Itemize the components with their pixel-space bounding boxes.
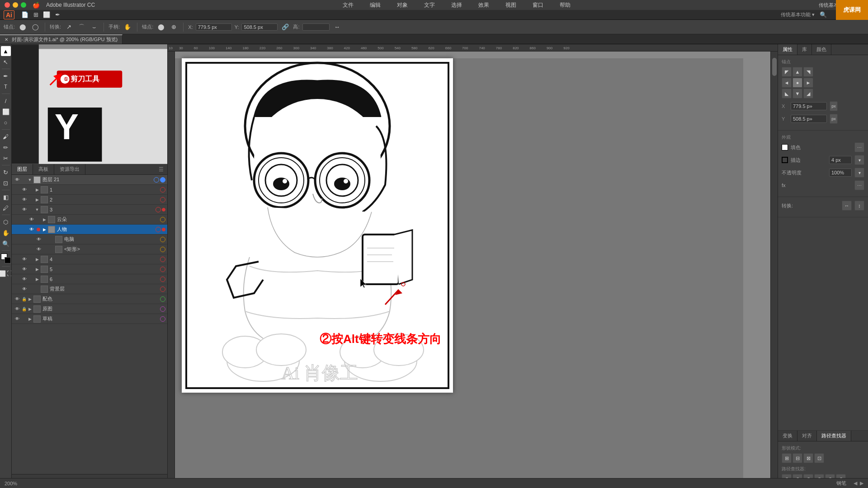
canvas-scroll-area[interactable]: Ai 肖像工 ②按Alt键转变线条方向 <box>175 52 770 478</box>
layer-lock-original[interactable]: 🔒 <box>21 307 27 311</box>
layer-expand-4[interactable]: ▶ <box>34 257 40 262</box>
tab-library[interactable]: 库 <box>797 44 812 55</box>
layer-vis-draft[interactable]: 👁 <box>14 315 21 323</box>
anchor-sub-tool-2[interactable]: ⊕ <box>169 22 179 32</box>
menu-window[interactable]: 窗口 <box>529 0 547 10</box>
tab-layers[interactable]: 图层 <box>12 164 33 174</box>
layer-expand-5[interactable]: ▶ <box>34 267 40 272</box>
zoom-tool[interactable]: 🔍 <box>1 239 11 249</box>
right-x-input[interactable] <box>791 102 827 110</box>
layer-row-4[interactable]: 👁 ▶ 4 <box>12 254 167 264</box>
pencil-tool[interactable]: ✏ <box>1 142 11 152</box>
close-tab-icon[interactable]: ✕ <box>5 37 8 42</box>
menu-view[interactable]: 视图 <box>502 0 520 10</box>
tab-properties[interactable]: 属性 <box>778 44 797 55</box>
pen-tool[interactable]: ✒ <box>1 71 11 81</box>
menu-effect[interactable]: 效果 <box>475 0 493 10</box>
gradient-tool[interactable]: ◧ <box>1 192 11 202</box>
menu-text[interactable]: 文字 <box>420 0 439 10</box>
prev-page-icon[interactable]: ◀ <box>854 480 857 486</box>
layer-lock-colors[interactable]: 🔒 <box>21 297 27 301</box>
next-page-icon[interactable]: ▶ <box>860 480 863 486</box>
anchor-mc[interactable]: ● <box>793 78 802 88</box>
search-top-icon[interactable]: 🔍 <box>818 10 828 20</box>
canvas-area[interactable]: 10 30 60 100 140 180 220 260 300 340 380… <box>168 44 778 488</box>
layer-vis-computer[interactable]: 👁 <box>35 236 42 243</box>
shape-unite[interactable]: ⊞ <box>782 453 792 463</box>
layer-vis-clouds[interactable]: 👁 <box>28 216 35 223</box>
menu-help[interactable]: 帮助 <box>556 0 574 10</box>
layer-row-original[interactable]: 👁 🔒 ▶ 原图 <box>12 304 167 314</box>
layer-row-character[interactable]: 👁 ▶ 人物 <box>12 225 167 235</box>
tab-pathfinder[interactable]: 路径查找器 <box>817 431 851 441</box>
transform-flip-h[interactable]: ↔ <box>842 201 852 211</box>
layer-expand-colors[interactable]: ▶ <box>27 296 33 302</box>
fx-options-icon[interactable]: ⋯ <box>854 180 864 190</box>
selection-tool[interactable]: ▲ <box>1 46 11 56</box>
tab-artboard[interactable]: 高板 <box>33 164 54 174</box>
layer-vis-2[interactable]: 👁 <box>21 196 28 203</box>
layer-vis-21[interactable]: 👁 <box>14 176 21 183</box>
transform-tool-3[interactable]: ⌣ <box>89 22 99 32</box>
anchor-tl[interactable]: ◤ <box>782 67 792 77</box>
grid-icon[interactable]: ⊞ <box>31 10 41 20</box>
new-doc-icon[interactable]: 📄 <box>20 10 30 20</box>
line-tool[interactable]: / <box>1 96 11 106</box>
layer-expand-2[interactable]: ▶ <box>34 197 40 202</box>
tab-transform-bottom[interactable]: 变换 <box>778 431 797 441</box>
minimize-button[interactable] <box>13 2 18 8</box>
stroke-color-swatch[interactable] <box>782 157 788 163</box>
anchor-mr[interactable]: ► <box>803 78 813 88</box>
layer-row-computer[interactable]: 👁 电脑 <box>12 235 167 244</box>
layer-row-5[interactable]: 👁 ▶ 5 <box>12 264 167 274</box>
layer-vis-original[interactable]: 👁 <box>14 305 21 313</box>
y-unit-icon[interactable]: px <box>830 114 838 124</box>
anchor-bl[interactable]: ◣ <box>782 89 792 99</box>
stroke-width-input[interactable] <box>829 156 852 164</box>
tab-asset-export[interactable]: 资源导出 <box>54 164 85 174</box>
tab-align[interactable]: 对齐 <box>797 431 817 441</box>
layer-row-1[interactable]: 👁 ▶ 1 <box>12 185 167 195</box>
layer-expand-1[interactable]: ▶ <box>34 187 40 192</box>
layer-vis-6[interactable]: 👁 <box>21 276 28 283</box>
layer-row-colors[interactable]: 👁 🔒 ▶ 配色 <box>12 294 167 304</box>
x-unit-icon[interactable]: px <box>830 101 838 111</box>
layer-expand-21[interactable]: ▼ <box>27 177 33 183</box>
menu-file[interactable]: 文件 <box>339 0 357 10</box>
close-button[interactable] <box>5 2 10 8</box>
layer-row-rect[interactable]: 👁 <矩形> <box>12 244 167 254</box>
layer-row-draft[interactable]: 👁 ▶ 草稿 <box>12 314 167 324</box>
ellipse-tool[interactable]: ○ <box>1 117 11 127</box>
anchor-tool-1[interactable]: ⬤ <box>18 22 28 32</box>
anchor-bc[interactable]: ▼ <box>793 89 802 99</box>
pen-icon[interactable]: ✒ <box>52 10 62 20</box>
layer-vis-rect[interactable]: 👁 <box>35 246 42 253</box>
layer-vis-3[interactable]: 👁 <box>21 206 28 213</box>
menu-object[interactable]: 对象 <box>393 0 411 10</box>
fullscreen-icon[interactable]: ⛶ <box>7 268 12 278</box>
menu-edit[interactable]: 编辑 <box>366 0 384 10</box>
maximize-button[interactable] <box>21 2 26 8</box>
opacity-options-icon[interactable]: ▾ <box>854 168 864 178</box>
transform-tool-1[interactable]: ↗ <box>64 22 74 32</box>
layer-expand-6[interactable]: ▶ <box>34 277 40 282</box>
resize-icon[interactable]: ↔ <box>332 22 342 32</box>
layer-row-6[interactable]: 👁 ▶ 6 <box>12 274 167 284</box>
fill-color-swatch[interactable] <box>782 144 788 150</box>
anchor-ml[interactable]: ◄ <box>782 78 792 88</box>
apple-icon[interactable]: 🍎 <box>33 2 40 9</box>
layer-row-2[interactable]: 👁 ▶ 2 <box>12 195 167 205</box>
hand-tool[interactable]: ✋ <box>1 228 11 238</box>
tab-color[interactable]: 颜色 <box>812 44 831 55</box>
fill-stroke-indicator[interactable] <box>1 253 11 263</box>
layer-vis-4[interactable]: 👁 <box>21 256 28 263</box>
stroke-options-icon[interactable]: ▾ <box>854 155 864 165</box>
normal-view-icon[interactable]: ⬜ <box>0 268 6 278</box>
layer-expand-clouds[interactable]: ▶ <box>42 217 47 222</box>
shape-intersect[interactable]: ⊠ <box>803 453 813 463</box>
zoom-display[interactable]: 200% <box>5 481 23 486</box>
layer-vis-bg[interactable]: 👁 <box>21 286 28 293</box>
arrange-icon[interactable]: ⬜ <box>42 10 52 20</box>
scissors-tool[interactable]: ✂ <box>1 153 11 163</box>
anchor-tool-2[interactable]: ◯ <box>30 22 40 32</box>
